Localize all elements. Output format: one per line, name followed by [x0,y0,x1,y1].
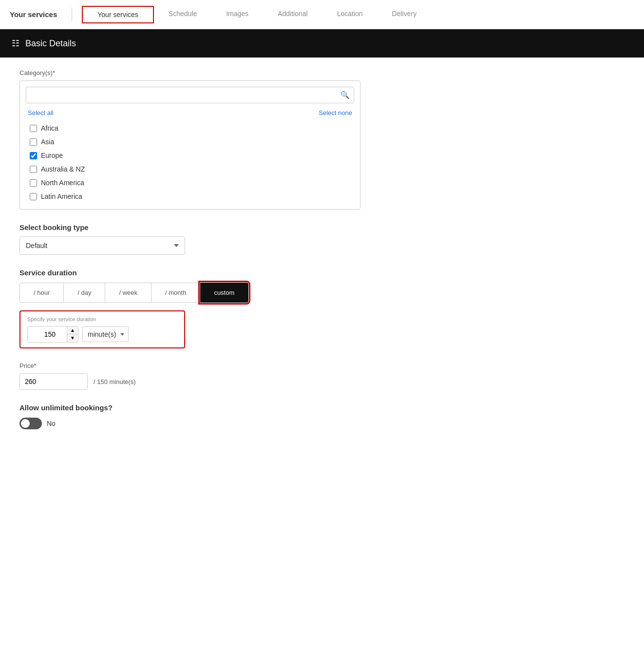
select-none-link[interactable]: Select none [319,109,352,116]
price-row: / 150 minute(s) [19,373,419,390]
custom-duration-box-label: Specify your service duration [27,316,177,322]
duration-number-input[interactable] [28,327,67,341]
custom-duration-inputs: ▲ ▼ minute(s) hour(s) day(s) [27,326,177,343]
checkbox-latin-america: Latin America [26,190,354,203]
booking-type-select[interactable]: Default Option 1 Option 2 [19,236,185,255]
checkbox-north-america-label: North America [41,179,84,187]
toggle-thumb [21,419,30,428]
duration-options: / hour / day / week / month custom [19,283,419,303]
category-search-input[interactable] [30,89,341,101]
tab-your-services[interactable]: Your services [82,6,154,23]
checkbox-europe-label: Europe [41,152,63,159]
toggle-row: No [19,418,419,429]
duration-number-wrap: ▲ ▼ [27,326,78,343]
select-all-link[interactable]: Select all [28,109,54,116]
checkbox-north-america: North America [26,176,354,190]
checkbox-latin-america-label: Latin America [41,192,82,200]
duration-custom-btn[interactable]: custom [200,283,248,303]
checkbox-europe-input[interactable] [30,152,37,159]
service-duration-group: Service duration / hour / day / week / m… [19,268,419,348]
tab-images[interactable]: Images [211,0,263,29]
duration-spinners: ▲ ▼ [67,326,78,342]
price-suffix: / 150 minute(s) [94,378,136,385]
toggle-track [19,418,42,429]
service-duration-label: Service duration [19,268,419,277]
unlimited-toggle-label: No [47,420,56,427]
section-title: Basic Details [25,38,76,49]
booking-type-group: Select booking type Default Option 1 Opt… [19,223,419,255]
price-input[interactable] [19,373,88,390]
brand-label: Your services [10,10,57,19]
checkbox-asia: Asia [26,135,354,149]
spinner-down-btn[interactable]: ▼ [67,334,78,342]
unlimited-label: Allow unlimited bookings? [19,403,419,412]
category-box: 🔍 Select all Select none Africa Asia Eur… [19,80,360,210]
unlimited-toggle[interactable] [19,418,42,429]
category-group: Category(s)* 🔍 Select all Select none Af… [19,69,419,210]
checkbox-asia-label: Asia [41,138,54,146]
document-icon: ☷ [12,38,19,49]
price-label: Price* [19,362,419,369]
tab-additional[interactable]: Additional [263,0,322,29]
checkbox-australia-nz-input[interactable] [30,166,37,173]
select-links: Select all Select none [26,109,354,116]
checkbox-africa-label: Africa [41,124,58,132]
duration-unit-select[interactable]: minute(s) hour(s) day(s) [82,326,129,342]
duration-hour-btn[interactable]: / hour [19,283,64,303]
tab-location[interactable]: Location [322,0,378,29]
checkbox-latin-america-input[interactable] [30,193,37,200]
checkbox-north-america-input[interactable] [30,179,37,187]
main-content: Category(s)* 🔍 Select all Select none Af… [0,69,438,462]
duration-week-btn[interactable]: / week [105,283,152,303]
duration-month-btn[interactable]: / month [152,283,200,303]
checkbox-africa: Africa [26,121,354,135]
section-header: ☷ Basic Details [0,29,644,58]
unlimited-group: Allow unlimited bookings? No [19,403,419,429]
spinner-up-btn[interactable]: ▲ [67,326,78,334]
nav-tabs: Your services Schedule Images Additional… [82,0,431,29]
checkbox-africa-input[interactable] [30,125,37,132]
duration-day-btn[interactable]: / day [64,283,105,303]
checkbox-europe: Europe [26,149,354,162]
category-label: Category(s)* [19,69,419,77]
booking-type-label: Select booking type [19,223,419,231]
search-icon: 🔍 [341,91,350,99]
top-navigation: Your services Your services Schedule Ima… [0,0,644,29]
search-row: 🔍 [26,87,354,103]
tab-delivery[interactable]: Delivery [378,0,432,29]
checkbox-asia-input[interactable] [30,138,37,146]
checkbox-australia-nz-label: Australia & NZ [41,165,85,173]
custom-duration-box: Specify your service duration ▲ ▼ minute… [19,310,185,348]
price-group: Price* / 150 minute(s) [19,362,419,390]
tab-schedule[interactable]: Schedule [154,0,211,29]
checkbox-australia-nz: Australia & NZ [26,162,354,176]
nav-divider [72,7,72,22]
